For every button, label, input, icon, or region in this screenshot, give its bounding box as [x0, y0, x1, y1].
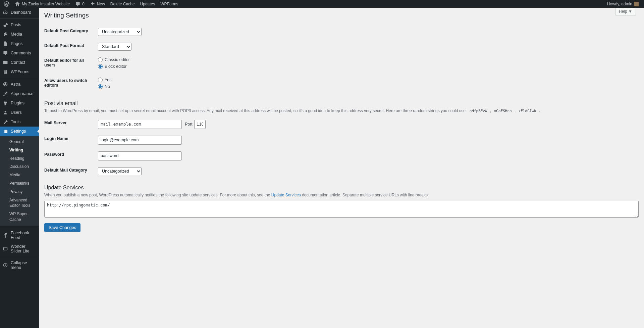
label-login-name: Login Name	[44, 132, 98, 148]
menu-dashboard[interactable]: Dashboard	[0, 8, 39, 17]
menu-tools[interactable]: Tools	[0, 117, 39, 127]
label-block-editor: Block editor	[105, 64, 126, 69]
admin-sidebar: Dashboard Posts Media Pages Comments Con…	[0, 8, 39, 237]
select-default-post-format[interactable]: Standard	[98, 43, 131, 51]
label-default-post-format: Default Post Format	[44, 39, 98, 54]
desc-update-services: When you publish a new post, WordPress a…	[44, 193, 639, 197]
radio-block-editor[interactable]	[98, 64, 103, 69]
avatar-icon	[634, 2, 639, 6]
input-mail-server[interactable]	[98, 120, 182, 129]
label-allow-switch: Allow users to switch editors	[44, 74, 98, 94]
brush-icon	[3, 91, 8, 96]
wordpress-icon	[4, 1, 9, 7]
home-icon	[15, 1, 20, 7]
submenu-privacy[interactable]: Privacy	[0, 188, 39, 196]
howdy-link[interactable]: Howdy, admin	[604, 0, 641, 8]
random-string-1: oHfpBEzW	[468, 108, 489, 114]
label-no: No	[105, 84, 110, 89]
submenu-discussion[interactable]: Discussion	[0, 162, 39, 171]
label-default-mail-category: Default Mail Category	[44, 164, 98, 179]
heading-post-via-email: Post via email	[44, 100, 639, 106]
label-mail-server: Mail Server	[44, 116, 98, 132]
menu-pages[interactable]: Pages	[0, 39, 39, 48]
settings-icon	[3, 129, 8, 134]
textarea-ping-urls[interactable]	[44, 201, 639, 218]
submenu-media[interactable]: Media	[0, 171, 39, 179]
page-icon	[3, 41, 8, 46]
wpforms-link[interactable]: WPForms	[158, 0, 181, 8]
menu-appearance[interactable]: Appearance	[0, 89, 39, 98]
label-classic-editor: Classic editor	[105, 57, 130, 62]
label-default-post-category: Default Post Category	[44, 25, 98, 39]
submenu-permalinks[interactable]: Permalinks	[0, 179, 39, 188]
pin-icon	[3, 22, 8, 28]
menu-settings[interactable]: Settings	[0, 127, 39, 136]
random-string-3: xEldGIwk	[517, 108, 538, 114]
menu-users[interactable]: Users	[0, 108, 39, 117]
save-changes-button[interactable]: Save Changes	[44, 223, 80, 232]
submenu-reading[interactable]: Reading	[0, 154, 39, 163]
dashboard-icon	[3, 10, 8, 15]
select-default-mail-category[interactable]: Uncategorized	[98, 167, 142, 175]
input-password[interactable]	[98, 151, 182, 160]
menu-wpforms[interactable]: WPForms	[0, 67, 39, 77]
select-default-post-category[interactable]: Uncategorized	[98, 28, 142, 36]
settings-submenu: General Writing Reading Discussion Media…	[0, 136, 39, 226]
astra-icon	[3, 82, 8, 87]
label-default-editor: Default editor for all users	[44, 54, 98, 74]
radio-switch-no[interactable]	[98, 84, 103, 89]
main-content: Writing Settings Help ▼ Default Post Cat…	[39, 8, 644, 237]
label-port: Port	[185, 122, 192, 127]
plus-icon	[90, 1, 95, 7]
menu-posts[interactable]: Posts	[0, 20, 39, 30]
form-icon	[3, 69, 8, 75]
submenu-writing[interactable]: Writing	[0, 146, 39, 154]
radio-classic-editor[interactable]	[98, 57, 103, 62]
wrench-icon	[3, 119, 8, 125]
site-title-link[interactable]: My Zacky Installer Website	[12, 0, 72, 8]
comment-count: 0	[82, 2, 85, 6]
plugin-icon	[3, 100, 8, 106]
radio-switch-yes[interactable]	[98, 78, 103, 82]
submenu-advanced-editor[interactable]: Advanced Editor Tools	[0, 196, 39, 210]
menu-comments[interactable]: Comments	[0, 48, 39, 58]
label-yes: Yes	[105, 78, 111, 82]
admin-toolbar: My Zacky Installer Website 0 New Delete …	[0, 0, 644, 8]
menu-facebook-feed[interactable]: Facebook Feed	[0, 229, 39, 237]
link-update-services[interactable]: Update Services	[271, 193, 301, 197]
comments-link[interactable]: 0	[72, 0, 87, 8]
new-link[interactable]: New	[87, 0, 108, 8]
menu-media[interactable]: Media	[0, 30, 39, 39]
users-icon	[3, 110, 8, 115]
help-tab[interactable]: Help ▼	[615, 8, 636, 15]
page-title: Writing Settings	[44, 12, 89, 19]
media-icon	[3, 32, 8, 37]
heading-update-services: Update Services	[44, 185, 639, 191]
facebook-icon	[3, 233, 8, 237]
random-string-2: xGaFSHnh	[492, 108, 514, 114]
menu-astra[interactable]: Astra	[0, 80, 39, 89]
submenu-wp-super-cache[interactable]: WP Super Cache	[0, 210, 39, 224]
mail-icon	[3, 60, 8, 65]
comment-icon	[75, 1, 80, 7]
desc-post-via-email: To post to WordPress by email, you must …	[44, 108, 639, 113]
label-password: Password	[44, 148, 98, 164]
site-title-text: My Zacky Installer Website	[22, 2, 70, 6]
menu-contact[interactable]: Contact	[0, 58, 39, 67]
delete-cache-link[interactable]: Delete Cache	[108, 0, 138, 8]
howdy-text: Howdy, admin	[607, 2, 632, 6]
input-login-name[interactable]	[98, 136, 182, 145]
comments-icon	[3, 50, 8, 56]
updates-link[interactable]: Updates	[138, 0, 158, 8]
input-port[interactable]	[194, 120, 206, 129]
menu-plugins[interactable]: Plugins	[0, 98, 39, 108]
submenu-general[interactable]: General	[0, 138, 39, 146]
wp-logo[interactable]	[1, 0, 12, 8]
new-label: New	[97, 2, 105, 6]
